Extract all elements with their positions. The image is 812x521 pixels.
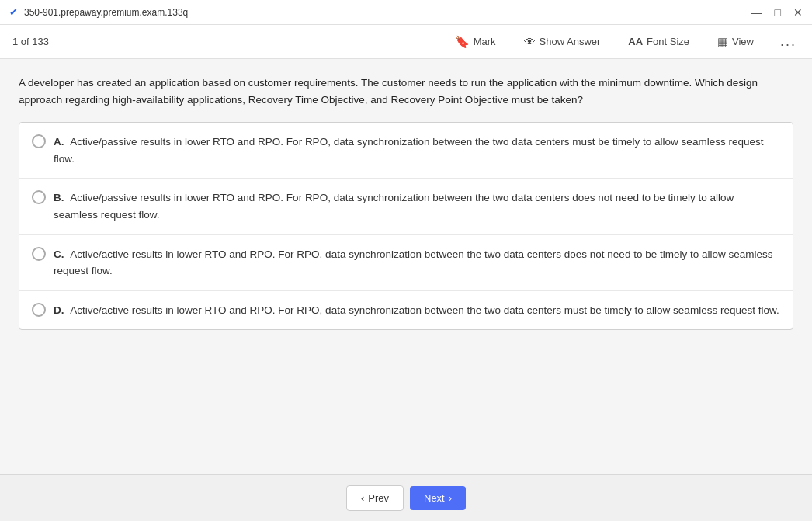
choice-letter-b: B. xyxy=(54,192,67,203)
view-label: View xyxy=(732,36,754,47)
next-arrow-icon: › xyxy=(449,492,452,504)
window-title: 350-901.prepaway.premium.exam.133q xyxy=(24,7,188,18)
title-bar-controls: — □ ✕ xyxy=(751,7,803,18)
choice-text-a: A. Active/passive results in lower RTO a… xyxy=(54,134,780,167)
next-label: Next xyxy=(424,492,445,504)
minimize-button[interactable]: — xyxy=(751,7,762,18)
choice-item-d[interactable]: D. Active/active results in lower RTO an… xyxy=(19,291,793,330)
title-bar: ✔ 350-901.prepaway.premium.exam.133q — □… xyxy=(0,0,812,25)
choice-text-c: C. Active/active results in lower RTO an… xyxy=(54,246,780,280)
choice-item-c[interactable]: C. Active/active results in lower RTO an… xyxy=(19,235,793,291)
main-content: A developer has created an application b… xyxy=(0,59,812,474)
question-counter: 1 of 133 xyxy=(12,36,49,47)
font-icon: AA xyxy=(628,36,643,47)
prev-arrow-icon: ‹ xyxy=(361,492,364,504)
show-answer-label: Show Answer xyxy=(540,36,601,47)
show-answer-button[interactable]: 👁 Show Answer xyxy=(519,32,606,51)
choice-radio-b xyxy=(32,190,46,204)
favicon-icon: ✔ xyxy=(9,6,18,18)
prev-button[interactable]: ‹ Prev xyxy=(346,485,404,511)
choice-item-a[interactable]: A. Active/passive results in lower RTO a… xyxy=(19,123,793,179)
choice-text-b: B. Active/passive results in lower RTO a… xyxy=(54,189,780,223)
choice-letter-c: C. xyxy=(54,248,67,260)
mark-label: Mark xyxy=(474,36,496,47)
prev-label: Prev xyxy=(368,492,389,504)
choices-container: A. Active/passive results in lower RTO a… xyxy=(19,122,793,330)
choice-item-b[interactable]: B. Active/passive results in lower RTO a… xyxy=(19,179,793,234)
choice-radio-a xyxy=(32,134,46,148)
toolbar-actions: 🔖 Mark 👁 Show Answer AA Font Size ▦ View… xyxy=(450,32,800,52)
mark-button[interactable]: 🔖 Mark xyxy=(450,32,501,52)
eye-icon: 👁 xyxy=(524,35,536,48)
bottom-nav: ‹ Prev Next › xyxy=(0,474,812,521)
choice-letter-d: D. xyxy=(54,304,67,316)
toolbar: 1 of 133 🔖 Mark 👁 Show Answer AA Font Si… xyxy=(0,25,812,59)
bookmark-icon: 🔖 xyxy=(455,35,470,49)
choice-radio-d xyxy=(32,303,46,317)
next-button[interactable]: Next › xyxy=(410,486,466,510)
choice-text-d: D. Active/active results in lower RTO an… xyxy=(54,302,779,319)
font-size-label: Font Size xyxy=(647,36,689,47)
more-button[interactable]: ... xyxy=(777,33,800,50)
view-icon: ▦ xyxy=(717,35,728,49)
choice-letter-a: A. xyxy=(54,136,67,148)
font-size-button[interactable]: AA Font Size xyxy=(623,33,694,50)
title-bar-left: ✔ 350-901.prepaway.premium.exam.133q xyxy=(9,6,188,18)
choice-radio-c xyxy=(32,247,46,261)
view-button[interactable]: ▦ View xyxy=(713,32,758,52)
maximize-button[interactable]: □ xyxy=(775,7,781,18)
question-text: A developer has created an application b… xyxy=(19,75,793,108)
close-button[interactable]: ✕ xyxy=(793,7,803,18)
